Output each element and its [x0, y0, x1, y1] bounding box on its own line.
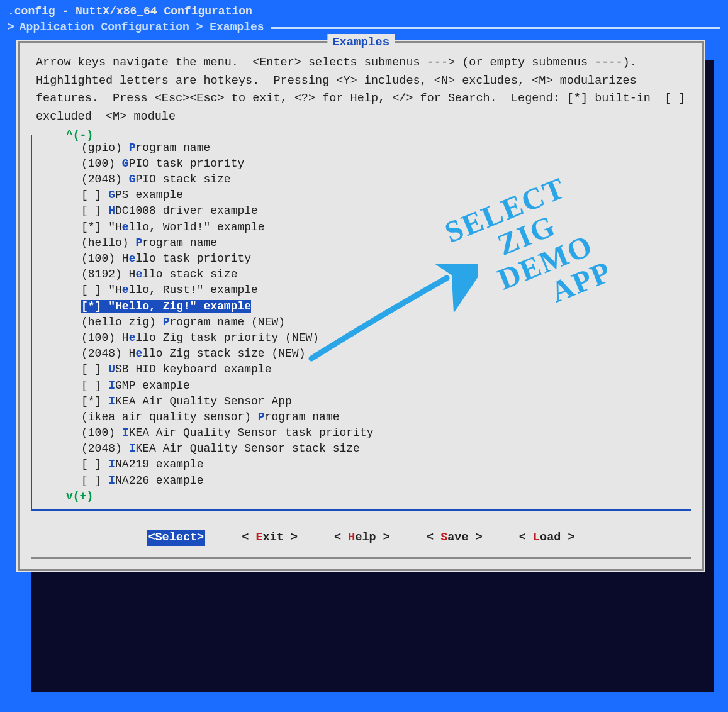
select-button[interactable]: <Select> [147, 530, 205, 546]
help-button[interactable]: < Help > [334, 530, 390, 546]
exit-button[interactable]: < Exit > [242, 530, 298, 546]
menu-item[interactable]: [*] "Hello, World!" example [32, 220, 691, 235]
prompt-icon: > [8, 19, 14, 35]
menu-item[interactable]: [ ] INA219 example [32, 457, 691, 472]
dialog-title: Examples [327, 34, 395, 51]
menu-item[interactable]: [ ] HDC1008 driver example [32, 203, 691, 219]
annotation-arrow-icon [302, 264, 478, 371]
help-text: Arrow keys navigate the menu. <Enter> se… [20, 43, 702, 133]
breadcrumb-text: Application Configuration > Examples [20, 19, 264, 35]
menu-item[interactable]: [ ] GPS example [32, 187, 691, 203]
save-button[interactable]: < Save > [427, 530, 483, 546]
breadcrumb-line [271, 27, 720, 29]
scroll-up-icon[interactable]: ^(-) [64, 128, 96, 143]
menuconfig-screen: .config - NuttX/x86_64 Configuration > A… [0, 0, 728, 712]
scroll-down-icon[interactable]: v(+) [32, 489, 691, 504]
load-button[interactable]: < Load > [519, 530, 575, 546]
menu-item[interactable]: (gpio) Program name [32, 140, 691, 156]
menu-item[interactable]: (2048) GPIO stack size [32, 172, 691, 187]
button-bar: <Select> < Exit > < Help > < Save > < Lo… [20, 516, 702, 553]
menu-item[interactable]: [ ] IGMP example [32, 378, 691, 394]
menu-item[interactable]: (hello) Program name [32, 235, 691, 251]
bottom-border [31, 557, 691, 559]
menu-item[interactable]: [*] IKEA Air Quality Sensor App [32, 394, 691, 409]
menu-item[interactable]: (100) IKEA Air Quality Sensor task prior… [32, 425, 691, 441]
window-title: .config - NuttX/x86_64 Configuration [0, 0, 728, 19]
menu-item[interactable]: (ikea_air_quality_sensor) Program name [32, 409, 691, 425]
menu-item[interactable]: [ ] INA226 example [32, 473, 691, 489]
menu-item[interactable]: (100) GPIO task priority [32, 156, 691, 172]
menu-item[interactable]: (2048) IKEA Air Quality Sensor stack siz… [32, 441, 691, 457]
